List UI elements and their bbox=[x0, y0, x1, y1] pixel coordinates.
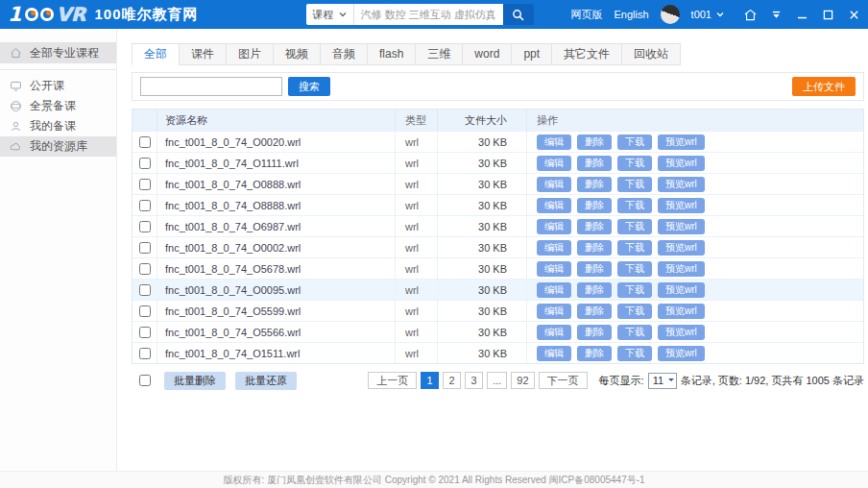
select-all-checkbox[interactable] bbox=[139, 375, 151, 386]
download-button[interactable]: 下载 bbox=[617, 240, 652, 256]
tab[interactable]: word bbox=[462, 43, 512, 65]
preview-wrl-button[interactable]: 预览wrl bbox=[658, 198, 705, 213]
preview-wrl-button[interactable]: 预览wrl bbox=[658, 240, 705, 256]
row-checkbox[interactable] bbox=[139, 200, 151, 211]
tab[interactable]: 其它文件 bbox=[551, 43, 622, 65]
home-icon[interactable] bbox=[743, 8, 757, 21]
download-button[interactable]: 下载 bbox=[617, 198, 652, 213]
preview-wrl-button[interactable]: 预览wrl bbox=[658, 304, 705, 319]
row-checkbox[interactable] bbox=[139, 263, 151, 275]
edit-button[interactable]: 编辑 bbox=[537, 219, 571, 234]
download-button[interactable]: 下载 bbox=[617, 282, 652, 298]
tab[interactable]: 音频 bbox=[320, 43, 368, 65]
english-link[interactable]: English bbox=[615, 9, 649, 20]
header-search-input[interactable] bbox=[354, 4, 503, 25]
sidebar-item[interactable]: 我的资源库 bbox=[0, 136, 116, 157]
tab[interactable]: 图片 bbox=[226, 43, 274, 65]
header-search-button[interactable] bbox=[503, 4, 534, 25]
resource-name: fnc_t001_8_0_74_O6987.wrl bbox=[157, 216, 396, 236]
download-button[interactable]: 下载 bbox=[617, 177, 652, 192]
download-button[interactable]: 下载 bbox=[617, 156, 652, 171]
edit-button[interactable]: 编辑 bbox=[537, 134, 571, 150]
search-category-select[interactable]: 课程 bbox=[306, 4, 354, 25]
row-checkbox[interactable] bbox=[139, 242, 151, 254]
avatar[interactable] bbox=[661, 5, 680, 24]
row-checkbox[interactable] bbox=[139, 348, 151, 359]
tab[interactable]: 回收站 bbox=[621, 43, 681, 65]
edit-button[interactable]: 编辑 bbox=[537, 198, 571, 213]
preview-wrl-button[interactable]: 预览wrl bbox=[658, 219, 705, 234]
row-checkbox[interactable] bbox=[139, 221, 151, 232]
row-checkbox[interactable] bbox=[139, 305, 151, 317]
close-icon[interactable] bbox=[847, 8, 860, 21]
batch-delete-button[interactable]: 批量删除 bbox=[164, 372, 226, 390]
preview-wrl-button[interactable]: 预览wrl bbox=[658, 282, 705, 298]
header-search: 课程 bbox=[306, 4, 534, 25]
edit-button[interactable]: 编辑 bbox=[537, 240, 571, 256]
tab[interactable]: 三维 bbox=[415, 43, 463, 65]
prev-page-button[interactable]: 上一页 bbox=[368, 372, 417, 389]
maximize-icon[interactable] bbox=[821, 8, 834, 21]
download-button[interactable]: 下载 bbox=[617, 325, 652, 340]
row-checkbox[interactable] bbox=[139, 284, 151, 296]
tab[interactable]: 全部 bbox=[132, 43, 180, 65]
sidebar-item[interactable]: 公开课 bbox=[0, 76, 116, 96]
tab[interactable]: 课件 bbox=[179, 43, 227, 65]
download-button[interactable]: 下载 bbox=[617, 134, 652, 150]
page-button[interactable]: 2 bbox=[443, 372, 461, 389]
sidebar-item[interactable]: 全部专业课程 bbox=[0, 42, 116, 63]
delete-button[interactable]: 删除 bbox=[577, 261, 612, 277]
edit-button[interactable]: 编辑 bbox=[537, 304, 571, 319]
collapse-icon[interactable] bbox=[769, 8, 783, 21]
edit-button[interactable]: 编辑 bbox=[537, 282, 571, 298]
resource-toolbar: 搜索 上传文件 bbox=[132, 72, 864, 101]
download-button[interactable]: 下载 bbox=[617, 304, 652, 319]
delete-button[interactable]: 删除 bbox=[577, 198, 612, 213]
edit-button[interactable]: 编辑 bbox=[537, 177, 571, 192]
tab[interactable]: ppt bbox=[511, 43, 552, 65]
resource-search-input[interactable] bbox=[140, 77, 282, 96]
tab[interactable]: flash bbox=[367, 43, 416, 65]
download-button[interactable]: 下载 bbox=[617, 346, 652, 361]
download-button[interactable]: 下载 bbox=[617, 219, 652, 234]
edit-button[interactable]: 编辑 bbox=[537, 346, 571, 361]
delete-button[interactable]: 删除 bbox=[577, 134, 612, 150]
tab[interactable]: 视频 bbox=[273, 43, 321, 65]
user-menu[interactable]: t001 bbox=[691, 9, 724, 20]
edit-button[interactable]: 编辑 bbox=[537, 325, 571, 340]
sidebar-item[interactable]: 我的备课 bbox=[0, 116, 116, 136]
upload-file-button[interactable]: 上传文件 bbox=[792, 77, 856, 96]
download-button[interactable]: 下载 bbox=[617, 261, 652, 277]
edit-button[interactable]: 编辑 bbox=[537, 261, 571, 277]
edit-button[interactable]: 编辑 bbox=[537, 156, 571, 171]
page-button[interactable]: 1 bbox=[421, 372, 439, 389]
preview-wrl-button[interactable]: 预览wrl bbox=[658, 156, 705, 171]
page-button[interactable]: 92 bbox=[511, 372, 534, 389]
delete-button[interactable]: 删除 bbox=[577, 156, 612, 171]
next-page-button[interactable]: 下一页 bbox=[539, 372, 588, 389]
delete-button[interactable]: 删除 bbox=[577, 219, 612, 234]
minimize-icon[interactable] bbox=[795, 8, 808, 21]
row-checkbox[interactable] bbox=[139, 136, 151, 148]
row-checkbox[interactable] bbox=[139, 327, 151, 338]
preview-wrl-button[interactable]: 预览wrl bbox=[658, 134, 705, 150]
preview-wrl-button[interactable]: 预览wrl bbox=[658, 325, 705, 340]
preview-wrl-button[interactable]: 预览wrl bbox=[658, 261, 705, 277]
resource-search-button[interactable]: 搜索 bbox=[288, 77, 330, 96]
web-version-link[interactable]: 网页版 bbox=[571, 8, 603, 22]
table-row: fnc_t001_8_0_74_O1511.wrl wrl 30 KB 编辑 删… bbox=[133, 342, 863, 363]
sidebar-item[interactable]: 全景备课 bbox=[0, 96, 116, 116]
per-page-select[interactable]: 11 bbox=[648, 373, 677, 389]
preview-wrl-button[interactable]: 预览wrl bbox=[658, 177, 705, 192]
page-button[interactable]: 3 bbox=[465, 372, 483, 389]
batch-restore-button[interactable]: 批量还原 bbox=[235, 372, 297, 390]
delete-button[interactable]: 删除 bbox=[577, 177, 612, 192]
row-checkbox[interactable] bbox=[139, 179, 151, 190]
delete-button[interactable]: 删除 bbox=[577, 240, 612, 256]
delete-button[interactable]: 删除 bbox=[577, 282, 612, 298]
preview-wrl-button[interactable]: 预览wrl bbox=[658, 346, 705, 361]
row-checkbox[interactable] bbox=[139, 158, 151, 169]
delete-button[interactable]: 删除 bbox=[577, 304, 612, 319]
delete-button[interactable]: 删除 bbox=[577, 346, 612, 361]
delete-button[interactable]: 删除 bbox=[577, 325, 612, 340]
